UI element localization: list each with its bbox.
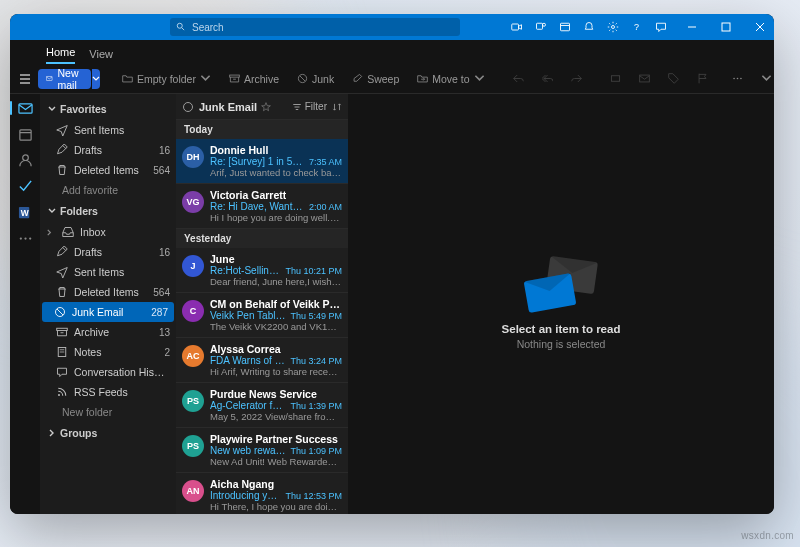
time: 7:35 AM bbox=[309, 157, 342, 167]
rail-more[interactable] bbox=[17, 230, 33, 246]
watermark: wsxdn.com bbox=[741, 530, 794, 541]
archive-button[interactable]: Archive bbox=[223, 73, 285, 85]
new-mail-button[interactable]: New mail bbox=[38, 69, 91, 89]
inbox-icon bbox=[62, 226, 74, 238]
folder-archive[interactable]: Archive13 bbox=[40, 322, 176, 342]
filter-icon bbox=[292, 102, 302, 112]
folders-header[interactable]: Folders bbox=[40, 200, 176, 222]
new-mail-dropdown[interactable] bbox=[92, 69, 100, 89]
overflow-dim-4[interactable] bbox=[604, 73, 627, 84]
messages[interactable]: TodayDHDonnie HullRe: [Survey] 1 in 5 re… bbox=[176, 120, 348, 514]
overflow-dim-2[interactable] bbox=[536, 73, 559, 84]
rail-todo[interactable] bbox=[17, 178, 33, 194]
tab-home[interactable]: Home bbox=[46, 46, 75, 64]
overflow-dim-3[interactable] bbox=[565, 73, 588, 84]
message-item[interactable]: PSPlaywire Partner SuccessNew web reward… bbox=[176, 428, 348, 473]
svg-text:?: ? bbox=[634, 22, 639, 32]
chevron-down-icon bbox=[200, 73, 211, 84]
folder-label: Deleted Items bbox=[74, 286, 147, 298]
svg-line-1 bbox=[182, 28, 185, 31]
deleted-icon bbox=[56, 164, 68, 176]
filter-button[interactable]: Filter bbox=[292, 101, 327, 112]
search-input[interactable]: Search bbox=[170, 18, 460, 36]
tab-view[interactable]: View bbox=[89, 48, 113, 64]
time: 2:00 AM bbox=[309, 202, 342, 212]
svg-rect-2 bbox=[512, 24, 519, 30]
read-icon bbox=[639, 73, 650, 84]
close-button[interactable] bbox=[750, 17, 770, 37]
message-item[interactable]: ANAicha NgangIntroducing you to th…Thu 1… bbox=[176, 473, 348, 514]
date-group-header[interactable]: Today bbox=[176, 120, 348, 139]
new-folder[interactable]: New folder bbox=[40, 402, 176, 422]
help-icon[interactable]: ? bbox=[630, 20, 644, 34]
sender: CM on Behalf of Veikk Pen Tablets bbox=[210, 298, 342, 310]
rail-mail[interactable] bbox=[17, 100, 33, 116]
minimize-button[interactable] bbox=[682, 17, 702, 37]
settings-icon[interactable] bbox=[606, 20, 620, 34]
select-all-icon[interactable] bbox=[182, 101, 194, 113]
overflow-dim-1[interactable] bbox=[507, 73, 530, 84]
folder-label: Sent Items bbox=[74, 266, 170, 278]
maximize-button[interactable] bbox=[716, 17, 736, 37]
rail-people[interactable] bbox=[17, 152, 33, 168]
overflow-dim-6[interactable] bbox=[662, 73, 685, 84]
sort-icon[interactable] bbox=[332, 102, 342, 112]
drafts-icon bbox=[56, 246, 68, 258]
forward-icon bbox=[571, 73, 582, 84]
message-item[interactable]: VGVictoria GarrettRe: Hi Dave, Wanted to… bbox=[176, 184, 348, 229]
svg-rect-25 bbox=[18, 103, 31, 112]
notification-icon[interactable] bbox=[582, 20, 596, 34]
message-item[interactable]: CCM on Behalf of Veikk Pen TabletsVeikk … bbox=[176, 293, 348, 338]
overflow-dim-5[interactable] bbox=[633, 73, 656, 84]
add-favorite[interactable]: Add favorite bbox=[40, 180, 176, 200]
svg-point-0 bbox=[177, 23, 182, 28]
feedback-icon[interactable] bbox=[654, 20, 668, 34]
folder-conversation-his-[interactable]: Conversation His… bbox=[40, 362, 176, 382]
svg-point-7 bbox=[612, 26, 615, 29]
rail-word[interactable]: W bbox=[17, 204, 33, 220]
sender: Alyssa Correa bbox=[210, 343, 281, 355]
date-group-header[interactable]: Yesterday bbox=[176, 229, 348, 248]
overflow-dim-7[interactable] bbox=[691, 73, 714, 84]
collapse-ribbon[interactable] bbox=[755, 73, 774, 84]
hamburger-button[interactable] bbox=[18, 69, 32, 89]
conv-icon bbox=[56, 366, 68, 378]
svg-point-41 bbox=[184, 102, 193, 111]
message-item[interactable]: PSPurdue News ServiceAg-Celerator fund i… bbox=[176, 383, 348, 428]
message-item[interactable]: JJuneRe:Hot-Selling desk a…Thu 10:21 PMD… bbox=[176, 248, 348, 293]
svg-point-4 bbox=[543, 23, 546, 26]
teams-icon[interactable] bbox=[534, 20, 548, 34]
subject: New web rewarded v… bbox=[210, 445, 286, 456]
junk-button[interactable]: Junk bbox=[291, 73, 340, 85]
more-button[interactable] bbox=[726, 73, 749, 84]
chevron-down-icon bbox=[48, 105, 56, 113]
more-icon bbox=[732, 73, 743, 84]
msglist-title: Junk Email bbox=[199, 101, 287, 113]
star-icon[interactable] bbox=[261, 102, 271, 112]
folder-rss-feeds[interactable]: RSS Feeds bbox=[40, 382, 176, 402]
message-item[interactable]: DHDonnie HullRe: [Survey] 1 in 5 retiree… bbox=[176, 139, 348, 184]
rail-calendar[interactable] bbox=[17, 126, 33, 142]
day-icon[interactable] bbox=[558, 20, 572, 34]
folder-drafts[interactable]: Drafts16 bbox=[40, 242, 176, 262]
svg-rect-5 bbox=[561, 23, 570, 31]
move-to-button[interactable]: Move to bbox=[411, 73, 490, 85]
sweep-button[interactable]: Sweep bbox=[346, 73, 405, 85]
folder-label: RSS Feeds bbox=[74, 386, 170, 398]
folder-label: Drafts bbox=[74, 144, 153, 156]
folder-deleted-items[interactable]: Deleted Items564 bbox=[40, 282, 176, 302]
favorites-header[interactable]: Favorites bbox=[40, 98, 176, 120]
window-controls bbox=[682, 17, 770, 37]
folder-deleted-items[interactable]: Deleted Items564 bbox=[40, 160, 176, 180]
folder-drafts[interactable]: Drafts16 bbox=[40, 140, 176, 160]
folder-sent-items[interactable]: Sent Items bbox=[40, 120, 176, 140]
groups-header[interactable]: Groups bbox=[40, 422, 176, 444]
folder-junk-email[interactable]: Junk Email287 bbox=[42, 302, 174, 322]
folder-inbox[interactable]: Inbox bbox=[40, 222, 176, 242]
folder-sent-items[interactable]: Sent Items bbox=[40, 262, 176, 282]
outlook-window: Search ? Home View New mail Emp bbox=[10, 14, 774, 514]
message-item[interactable]: ACAlyssa CorreaFDA Warns of Counterfe…Th… bbox=[176, 338, 348, 383]
folder-notes[interactable]: Notes2 bbox=[40, 342, 176, 362]
empty-folder-button[interactable]: Empty folder bbox=[116, 73, 217, 85]
meet-now-icon[interactable] bbox=[510, 20, 524, 34]
